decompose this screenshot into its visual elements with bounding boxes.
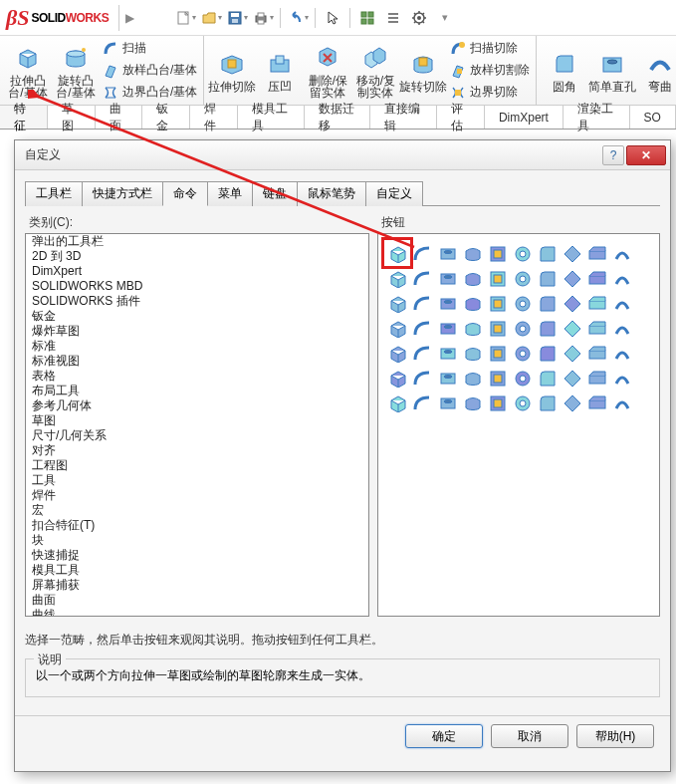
- more-button[interactable]: ▾: [434, 7, 456, 29]
- feature-icon-button[interactable]: [461, 342, 483, 364]
- hole-button[interactable]: 简单直孔: [588, 49, 636, 93]
- category-item[interactable]: 块: [26, 533, 368, 548]
- dialog-tab-工具栏[interactable]: 工具栏: [25, 181, 83, 206]
- feature-icon-button[interactable]: [486, 292, 508, 314]
- feature-icon-button[interactable]: [561, 367, 582, 389]
- feature-icon-button[interactable]: [511, 267, 533, 289]
- tab-直接编辑[interactable]: 直接编辑: [370, 106, 437, 129]
- feature-icon-button[interactable]: [386, 317, 408, 339]
- feature-icon-button[interactable]: [585, 292, 607, 314]
- feature-icon-button[interactable]: [536, 392, 558, 413]
- category-item[interactable]: 扣合特征(T): [26, 518, 368, 533]
- category-item[interactable]: DimXpert: [26, 264, 368, 279]
- print-button[interactable]: [252, 7, 274, 29]
- feature-icon-button[interactable]: [461, 267, 483, 289]
- boundary-button[interactable]: 边界凸台/基体: [100, 83, 199, 103]
- feature-icon-button[interactable]: [536, 242, 558, 264]
- feature-icon-button[interactable]: [511, 292, 533, 314]
- sweep-cut-button[interactable]: 扫描切除: [447, 39, 532, 59]
- cursor-button[interactable]: [322, 7, 343, 29]
- feature-icon-button[interactable]: [561, 317, 582, 339]
- tab-DimXpert[interactable]: DimXpert: [485, 106, 563, 129]
- feature-icon-button[interactable]: [386, 392, 408, 413]
- loft-cut-button[interactable]: 放样切割除: [447, 61, 532, 81]
- open-file-button[interactable]: [200, 7, 222, 29]
- dialog-titlebar[interactable]: 自定义 ? ✕: [15, 140, 670, 170]
- feature-icon-button[interactable]: [511, 342, 533, 364]
- settings-button[interactable]: [408, 7, 430, 29]
- feature-icon-button[interactable]: [585, 242, 607, 264]
- feature-icon-button[interactable]: [610, 292, 632, 314]
- extrude-boss-button[interactable]: 拉伸凸台/基体: [4, 43, 52, 99]
- boundary-cut-button[interactable]: 边界切除: [447, 83, 532, 103]
- help-button[interactable]: 帮助(H): [576, 724, 654, 748]
- feature-icon-button[interactable]: [561, 342, 582, 364]
- feature-icon-button[interactable]: [386, 342, 408, 364]
- feature-icon-button[interactable]: [436, 342, 458, 364]
- feature-icon-button[interactable]: [585, 342, 607, 364]
- indent-button[interactable]: 压凹: [256, 49, 304, 93]
- category-item[interactable]: 标准: [26, 339, 368, 354]
- category-item[interactable]: 曲线: [26, 608, 368, 617]
- feature-icon-button[interactable]: [486, 242, 508, 264]
- category-item[interactable]: 草图: [26, 413, 368, 428]
- sweep-button[interactable]: 扫描: [100, 39, 199, 59]
- revolve-cut-button[interactable]: 旋转切除: [399, 49, 447, 93]
- feature-icon-button[interactable]: [411, 267, 433, 289]
- tab-钣金[interactable]: 钣金: [142, 106, 190, 129]
- feature-icon-button[interactable]: [486, 267, 508, 289]
- category-item[interactable]: SOLIDWORKS MBD: [26, 279, 368, 294]
- feature-icon-button[interactable]: [585, 267, 607, 289]
- tab-数据迁移[interactable]: 数据迁移: [305, 106, 371, 129]
- feature-icon-button[interactable]: [610, 392, 632, 413]
- feature-icon-button[interactable]: [436, 242, 458, 264]
- dialog-tab-自定义[interactable]: 自定义: [365, 181, 423, 206]
- move-body-button[interactable]: 移动/复制实体: [351, 43, 399, 99]
- new-file-button[interactable]: [174, 7, 196, 29]
- feature-icon-button[interactable]: [610, 267, 632, 289]
- feature-icon-button[interactable]: [411, 392, 433, 413]
- tab-草图[interactable]: 草图: [48, 106, 96, 129]
- category-item[interactable]: 标准视图: [26, 354, 368, 369]
- extrude-cut-button[interactable]: 拉伸切除: [208, 49, 256, 93]
- tab-评估[interactable]: 评估: [437, 106, 485, 129]
- ok-button[interactable]: 确定: [405, 724, 483, 748]
- feature-icon-button[interactable]: [585, 392, 607, 413]
- dialog-close-button[interactable]: ✕: [626, 145, 666, 165]
- feature-icon-button[interactable]: [411, 342, 433, 364]
- revolve-boss-button[interactable]: 旋转凸台/基体: [52, 43, 100, 99]
- category-item[interactable]: SOLIDWORKS 插件: [26, 294, 368, 309]
- feature-icon-button[interactable]: [386, 367, 408, 389]
- category-item[interactable]: 焊件: [26, 488, 368, 503]
- tab-渲染工具[interactable]: 渲染工具: [563, 106, 630, 129]
- feature-icon-button[interactable]: [610, 367, 632, 389]
- category-item[interactable]: 参考几何体: [26, 398, 368, 413]
- feature-icon-button[interactable]: [561, 242, 582, 264]
- rebuild-button[interactable]: [356, 7, 378, 29]
- loft-button[interactable]: 放样凸台/基体: [100, 61, 199, 81]
- category-item[interactable]: 尺寸/几何关系: [26, 428, 368, 443]
- dialog-tab-快捷方式栏[interactable]: 快捷方式栏: [82, 181, 163, 206]
- categories-listbox[interactable]: 弹出的工具栏2D 到 3DDimXpertSOLIDWORKS MBDSOLID…: [25, 233, 369, 617]
- feature-icon-button[interactable]: [561, 292, 582, 314]
- feature-icon-button[interactable]: [436, 317, 458, 339]
- feature-icon-button[interactable]: [411, 367, 433, 389]
- feature-icon-button[interactable]: [411, 292, 433, 314]
- dialog-tab-菜单[interactable]: 菜单: [207, 181, 253, 206]
- tab-模具工具[interactable]: 模具工具: [238, 106, 305, 129]
- fillet-button[interactable]: 圆角: [541, 49, 588, 93]
- category-item[interactable]: 快速捕捉: [26, 548, 368, 563]
- feature-icon-button[interactable]: [436, 392, 458, 413]
- feature-icon-button[interactable]: [511, 367, 533, 389]
- category-item[interactable]: 模具工具: [26, 563, 368, 578]
- category-item[interactable]: 宏: [26, 503, 368, 518]
- feature-icon-button[interactable]: [561, 267, 582, 289]
- feature-icon-button[interactable]: [386, 292, 408, 314]
- feature-icon-button[interactable]: [436, 267, 458, 289]
- feature-icon-button[interactable]: [461, 242, 483, 264]
- category-item[interactable]: 2D 到 3D: [26, 249, 368, 264]
- save-button[interactable]: [226, 7, 248, 29]
- dialog-tab-命令[interactable]: 命令: [162, 181, 208, 206]
- chevron-right-icon[interactable]: ▶: [125, 11, 134, 25]
- category-item[interactable]: 工具: [26, 473, 368, 488]
